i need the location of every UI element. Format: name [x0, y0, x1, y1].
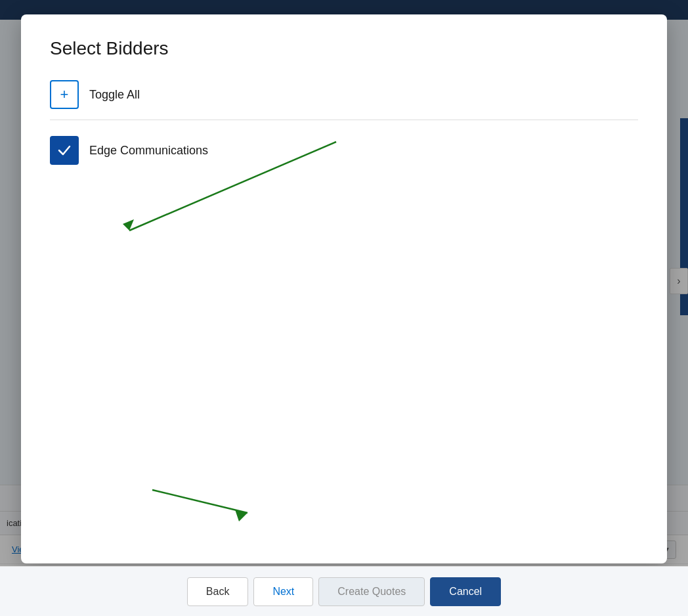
- plus-button[interactable]: +: [50, 80, 79, 109]
- create-quotes-button[interactable]: Create Quotes: [318, 577, 425, 606]
- bidder-row: Edge Communications: [50, 131, 638, 170]
- select-bidders-modal: Select Bidders + Toggle All Edge Communi…: [21, 14, 667, 563]
- next-button[interactable]: Next: [253, 577, 313, 606]
- back-button[interactable]: Back: [187, 577, 249, 606]
- modal-footer: Back Next Create Quotes Cancel: [0, 566, 688, 616]
- cancel-button[interactable]: Cancel: [430, 577, 501, 606]
- bidder-checkbox[interactable]: [50, 136, 79, 165]
- toggle-all-row: + Toggle All: [50, 80, 638, 120]
- toggle-all-label: Toggle All: [89, 88, 140, 102]
- modal-title: Select Bidders: [50, 38, 638, 59]
- checkmark-icon: [57, 143, 72, 158]
- bidder-name: Edge Communications: [89, 144, 208, 158]
- modal-body: Select Bidders + Toggle All Edge Communi…: [21, 14, 667, 563]
